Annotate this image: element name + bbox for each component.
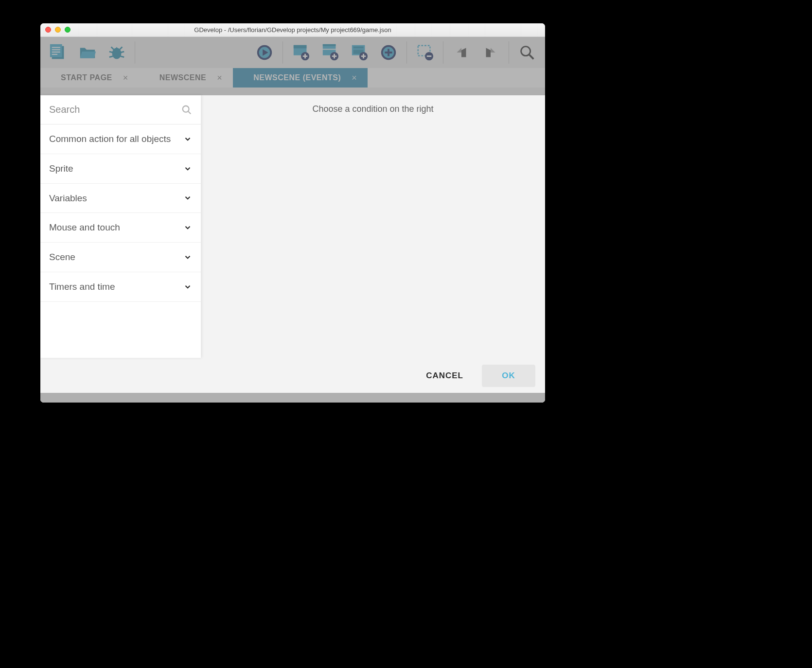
condition-detail-panel: Choose a condition on the right xyxy=(201,95,545,359)
category-label: Mouse and touch xyxy=(49,222,177,233)
category-label: Timers and time xyxy=(49,281,177,293)
category-scene[interactable]: Scene xyxy=(40,243,201,272)
chevron-down-icon xyxy=(183,193,192,202)
modal-footer: CANCEL OK xyxy=(40,359,545,393)
chevron-down-icon xyxy=(183,223,192,232)
category-variables[interactable]: Variables xyxy=(40,184,201,213)
category-panel: Common action for all objects Sprite Var… xyxy=(40,95,201,358)
search-icon xyxy=(181,105,192,115)
chevron-down-icon xyxy=(183,164,192,173)
maximize-window-button[interactable] xyxy=(65,27,71,33)
category-timers[interactable]: Timers and time xyxy=(40,272,201,302)
svg-point-33 xyxy=(183,105,189,112)
svg-line-34 xyxy=(188,111,191,114)
search-row xyxy=(40,95,201,124)
modal-body: Common action for all objects Sprite Var… xyxy=(40,95,545,359)
prompt-text: Choose a condition on the right xyxy=(201,95,545,114)
cancel-button[interactable]: CANCEL xyxy=(414,365,475,387)
category-mouse-touch[interactable]: Mouse and touch xyxy=(40,213,201,243)
window-controls xyxy=(45,27,71,33)
close-window-button[interactable] xyxy=(45,27,51,33)
chevron-down-icon xyxy=(183,253,192,262)
minimize-window-button[interactable] xyxy=(55,27,61,33)
condition-picker-modal: Common action for all objects Sprite Var… xyxy=(40,95,545,393)
category-common-action[interactable]: Common action for all objects xyxy=(40,124,201,154)
app-window: GDevelop - /Users/florian/GDevelop proje… xyxy=(40,23,545,403)
category-sprite[interactable]: Sprite xyxy=(40,154,201,184)
category-label: Scene xyxy=(49,251,177,263)
search-input[interactable] xyxy=(49,104,177,115)
category-label: Common action for all objects xyxy=(49,133,177,145)
category-label: Sprite xyxy=(49,163,177,175)
category-label: Variables xyxy=(49,193,177,204)
chevron-down-icon xyxy=(183,135,192,143)
chevron-down-icon xyxy=(183,282,192,291)
window-title: GDevelop - /Users/florian/GDevelop proje… xyxy=(40,26,545,34)
ok-button[interactable]: OK xyxy=(482,365,535,387)
category-list: Common action for all objects Sprite Var… xyxy=(40,124,201,358)
titlebar: GDevelop - /Users/florian/GDevelop proje… xyxy=(40,23,545,37)
